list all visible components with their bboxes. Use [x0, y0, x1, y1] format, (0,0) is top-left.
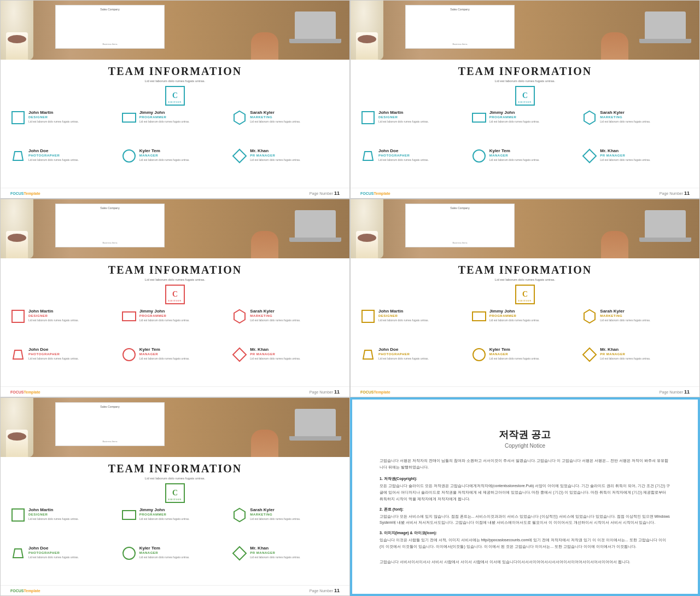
member-name: Jimmy John [139, 110, 229, 115]
footer-page: Page Number 11 [310, 389, 340, 395]
member-icon-2 [582, 110, 597, 125]
team-member-4: Kyler Tem MANAGER Lid est laborum dolo r… [471, 148, 579, 183]
slide-title: TEAM INFORMATION [360, 65, 690, 78]
svg-rect-1 [122, 113, 136, 122]
member-info-1: Jimmy John PROGRAMMER Lid est laborum do… [139, 507, 229, 520]
logo-subtitle: EDITION [516, 101, 534, 103]
slide-title: TEAM INFORMATION [10, 264, 340, 276]
svg-marker-17 [233, 348, 246, 361]
member-info-2: Sarah Kyler MARKETING Lid est laborum do… [250, 110, 340, 123]
team-grid: John Martin DESIGNER Lid est laborum dol… [360, 309, 690, 382]
member-info-4: Kyler Tem MANAGER Lid est laborum dolo r… [139, 347, 229, 360]
member-desc: Lid est laborum dolo rumes fugats untras… [378, 357, 468, 361]
brand-template: Template [374, 390, 390, 394]
member-name: Sarah Kyler [600, 309, 690, 314]
slide-footer: FOCUSTemplate Page Number 11 [1, 585, 349, 595]
footer-brand: FOCUSTemplate [10, 390, 40, 394]
member-name: Kyler Tem [489, 347, 579, 352]
copyright-section-body: 모든 고맙습니다 슬라이드 모든 저작권은 고맙습니다에게저작자에(conten… [380, 483, 670, 502]
footer-brand: FOCUSTemplate [360, 390, 390, 394]
svg-rect-18 [362, 310, 374, 322]
copyright-section-title: 2. 폰트 (font): [380, 507, 670, 512]
member-role: MANAGER [139, 352, 229, 356]
member-info-3: John Doe PHOTOGRAPHER Lid est laborum do… [28, 546, 118, 559]
member-name: Kyler Tem [139, 148, 229, 154]
svg-rect-19 [472, 312, 486, 321]
team-member-3: John Doe PHOTOGRAPHER Lid est laborum do… [10, 347, 118, 382]
copyright-slide: 저작권 공고 Copyright Notice 고맙습니다 서평은 저작자의 전… [350, 397, 700, 596]
svg-marker-2 [234, 111, 245, 124]
member-icon-5 [582, 347, 597, 362]
team-member-3: John Doe PHOTOGRAPHER Lid est laborum do… [360, 347, 468, 382]
logo-subtitle: EDITION [516, 299, 534, 302]
member-icon-4 [471, 347, 487, 362]
team-member-0: John Martin DESIGNER Lid est laborum dol… [360, 309, 468, 344]
logo-subtitle: EDITION [166, 299, 184, 302]
footer-page: Page Number 11 [660, 389, 690, 395]
member-desc: Lid est laborum dolo rumes fugats untras… [28, 319, 118, 322]
team-member-5: Mr. Khan PR MANAGER Lid est laborum dolo… [232, 546, 340, 581]
member-role: PHOTOGRAPHER [28, 551, 118, 554]
member-icon-5 [582, 148, 597, 164]
member-role: MANAGER [139, 154, 229, 157]
slide-footer: FOCUSTemplate Page Number 11 [1, 188, 349, 198]
member-info-5: Mr. Khan PR MANAGER Lid est laborum dolo… [250, 148, 340, 161]
member-role: PROGRAMMER [489, 314, 579, 317]
member-role: PROGRAMMER [139, 314, 229, 317]
member-icon-3 [10, 546, 26, 561]
photo-area: Sales Company Business Items [1, 199, 349, 258]
member-role: MANAGER [139, 551, 229, 554]
member-info-2: Sarah Kyler MARKETING Lid est laborum do… [250, 507, 340, 520]
slide-subtitle: Lid est laborum dolo rumes fugats untras… [10, 278, 340, 281]
team-grid: John Martin DESIGNER Lid est laborum dol… [360, 110, 690, 183]
svg-rect-13 [122, 312, 136, 321]
team-member-5: Mr. Khan PR MANAGER Lid est laborum dolo… [232, 347, 340, 382]
member-icon-2 [582, 309, 597, 324]
photo-area: Sales Company Business Items [351, 199, 699, 258]
member-role: PHOTOGRAPHER [28, 154, 118, 157]
member-icon-2 [232, 507, 247, 523]
copyright-section-title: 1. 저작권(Copyright): [380, 476, 670, 482]
member-role: MARKETING [250, 513, 340, 516]
svg-point-4 [123, 150, 135, 162]
member-desc: Lid est laborum dolo rumes fugats untras… [28, 158, 118, 162]
logo-area: C EDITION [360, 285, 690, 304]
member-desc: Lid est laborum dolo rumes fugats untras… [139, 120, 229, 124]
slide-subtitle: Lid est laborum dolo rumes fugats untras… [10, 477, 340, 480]
team-member-0: John Martin DESIGNER Lid est laborum dol… [360, 110, 468, 145]
member-role: PR MANAGER [250, 352, 340, 356]
svg-rect-6 [362, 112, 374, 124]
member-name: Jimmy John [489, 110, 579, 115]
team-member-4: Kyler Tem MANAGER Lid est laborum dolo r… [121, 148, 229, 183]
member-icon-3 [360, 148, 376, 164]
member-info-5: Mr. Khan PR MANAGER Lid est laborum dolo… [250, 546, 340, 559]
svg-rect-24 [12, 509, 24, 521]
member-name: Kyler Tem [139, 347, 229, 352]
member-info-3: John Doe PHOTOGRAPHER Lid est laborum do… [28, 347, 118, 360]
member-info-0: John Martin DESIGNER Lid est laborum dol… [378, 309, 468, 322]
svg-rect-12 [12, 310, 24, 322]
copyright-section: 3. 이미지(Image) & 아이코(Icon): 있습니다 이것은 사람들 … [380, 530, 670, 550]
footer-brand: FOCUSTemplate [10, 589, 40, 593]
team-grid: John Martin DESIGNER Lid est laborum dol… [10, 309, 340, 382]
logo-box: C EDITION [165, 86, 185, 106]
slide-footer: FOCUSTemplate Page Number 11 [351, 386, 699, 397]
member-info-5: Mr. Khan PR MANAGER Lid est laborum dolo… [600, 347, 690, 360]
svg-rect-7 [472, 113, 486, 122]
svg-point-10 [473, 150, 485, 162]
member-name: Sarah Kyler [250, 507, 340, 513]
svg-marker-9 [363, 152, 373, 160]
member-name: Mr. Khan [600, 148, 690, 154]
member-info-5: Mr. Khan PR MANAGER Lid est laborum dolo… [600, 148, 690, 161]
member-name: Sarah Kyler [250, 110, 340, 115]
photo-area: Sales Company Business Items [1, 398, 349, 457]
team-grid: John Martin DESIGNER Lid est laborum dol… [10, 110, 340, 183]
logo-box: C EDITION [515, 285, 535, 304]
member-info-0: John Martin DESIGNER Lid est laborum dol… [28, 507, 118, 520]
member-desc: Lid est laborum dolo rumes fugats untras… [600, 158, 690, 162]
slide: Sales Company Business Items TEAM INFORM… [350, 0, 700, 199]
member-icon-5 [232, 347, 247, 362]
member-info-0: John Martin DESIGNER Lid est laborum dol… [28, 309, 118, 322]
member-role: PROGRAMMER [139, 115, 229, 119]
slide-footer: FOCUSTemplate Page Number 11 [1, 386, 349, 397]
